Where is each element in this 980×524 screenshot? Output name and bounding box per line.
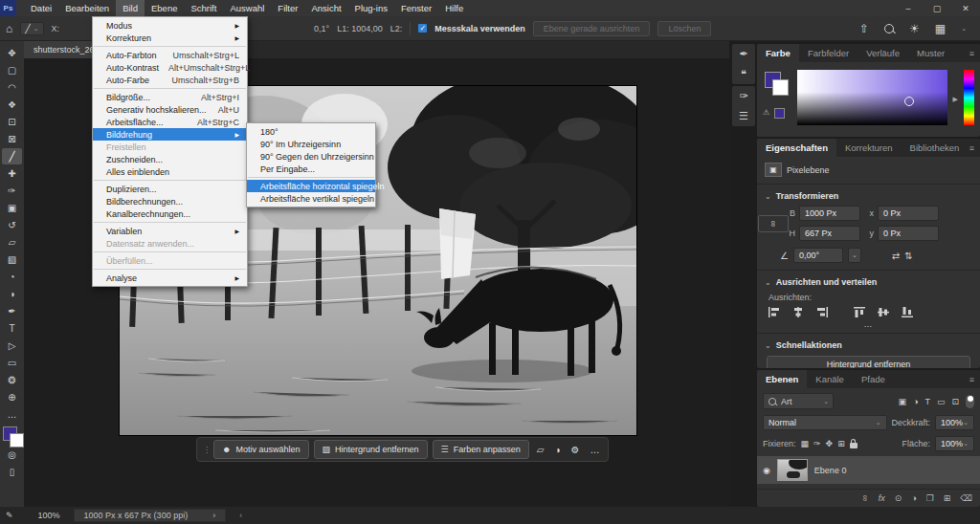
menu-bearbeiten[interactable]: Bearbeiten [58,0,116,16]
layer-style-fx-icon[interactable]: fx [879,493,885,503]
search-icon[interactable] [884,24,894,33]
dodge-tool[interactable]: ◑ [2,286,22,302]
menu-bild[interactable]: Bild [116,0,145,16]
menu-fenster[interactable]: Fenster [394,0,438,16]
menu-filter[interactable]: Filter [271,0,304,16]
tool-presets-icon[interactable]: ✒ [739,48,747,60]
lock-position-icon[interactable]: ✥ [826,439,834,448]
visibility-eye-icon[interactable]: ◉ [763,466,770,475]
zoom-tool[interactable]: ⊕ [2,389,22,405]
menu-auswahl[interactable]: Auswahl [223,0,271,16]
menu-ansicht[interactable]: Ansicht [304,0,347,16]
align-center-vertical-icon[interactable] [878,307,889,317]
menu-item-generativ-hochskalieren[interactable]: Generativ hochskalieren...Alt+U [93,103,247,116]
straighten-layer-button[interactable]: Ebene gerade ausrichten [533,21,651,36]
close-button[interactable]: ✕ [951,0,980,16]
gamut-warning-icon[interactable]: ⚠ [763,108,769,117]
brush-settings-icon[interactable]: ☰ [739,110,748,122]
rotation-dropdown[interactable]: ⌄ [848,248,861,263]
remove-background-button[interactable]: Hintergrund entfernen [767,356,970,368]
clear-button[interactable]: Löschen [657,21,711,36]
link-dimensions-icon[interactable]: ∞ [758,215,789,232]
x-input[interactable]: 0 Px [878,206,939,221]
tab-muster[interactable]: Muster [908,44,953,62]
healing-brush-tool[interactable]: ✚ [2,165,22,182]
chevron-left-icon[interactable]: ‹ [239,511,242,520]
menu-plugins[interactable]: Plug-ins [348,0,394,16]
history-brush-tool[interactable]: ↺ [2,217,22,233]
move-tool[interactable]: ✥ [2,45,22,61]
settings-gear-icon[interactable]: ⚙ [568,445,583,455]
lock-all-icon[interactable] [850,443,858,448]
menu-item-variablen[interactable]: Variablen▶ [93,225,247,237]
eraser-tool[interactable]: ▱ [2,234,22,251]
transform-icon[interactable]: ▱ [534,445,547,455]
brush-tool[interactable]: ✑ [2,183,22,199]
align-left-icon[interactable] [768,307,780,317]
chevron-right-icon[interactable]: › [212,511,215,520]
y-input[interactable]: 0 Px [878,226,939,241]
menu-item-per-eingabe[interactable]: Per Eingabe... [247,163,375,175]
lasso-tool[interactable]: ◠ [2,79,22,96]
align-bottom-icon[interactable] [902,307,913,317]
discover-lightbulb-icon[interactable]: ☀ [909,23,920,34]
chevron-down-icon[interactable]: ⌄ [765,192,771,201]
status-icon[interactable]: ✎ [6,511,13,520]
layer-filter-dropdown[interactable]: Art ⌄ [763,393,834,409]
gamut-warning-swatch[interactable] [774,108,785,119]
path-selection-tool[interactable]: ▷ [2,338,22,354]
filter-shape-icon[interactable]: ▭ [937,397,946,406]
adjustment-layer-icon[interactable]: ◑ [911,493,916,503]
filter-type-icon[interactable]: T [924,397,930,406]
taskbar-drag-handle[interactable]: ⋮⋮ [203,447,209,453]
background-color-swatch[interactable] [10,433,24,448]
adjustment-icon[interactable]: ◑ [551,445,563,455]
gradient-tool[interactable]: ▧ [2,251,22,268]
brushes-icon[interactable]: ✑ [739,90,747,102]
object-selection-tool[interactable]: ❖ [2,97,22,113]
rotation-input[interactable]: 0,00° [793,248,843,263]
menu-item-arbeitsflaeche[interactable]: Arbeitsfläche...Alt+Strg+C [93,116,247,128]
align-center-horizontal-icon[interactable] [792,307,804,317]
menu-item-flip-canvas-horizontal[interactable]: Arbeitsfläche horizontal spiegeln [247,180,375,192]
clone-stamp-tool[interactable]: ▣ [2,200,22,216]
menu-item-bildberechnungen[interactable]: Bildberechnungen... [93,195,247,207]
comments-icon[interactable]: ❝ [741,68,746,80]
frame-tool[interactable]: ⊠ [2,131,22,147]
document-info[interactable]: 1000 Px x 667 Px (300 ppi) › [74,509,227,522]
hue-slider[interactable] [964,70,974,125]
flip-horizontal-icon[interactable]: ⇄ [892,251,900,261]
width-input[interactable]: 1000 Px [799,206,860,221]
menu-item-zuschneiden[interactable]: Zuschneiden... [93,153,247,165]
panel-menu-icon[interactable]: ≡ [969,49,980,58]
chevron-down-icon[interactable]: ⌄ [765,278,771,287]
quick-mask-button[interactable]: ◎ [2,447,22,463]
menu-item-modus[interactable]: Modus▶ [93,19,247,32]
blend-mode-select[interactable]: Normal ⌄ [763,415,887,430]
workspace-switcher-icon[interactable]: ▦ [935,23,946,34]
menu-item-analyse[interactable]: Analyse▶ [93,272,247,284]
align-right-icon[interactable] [816,307,828,317]
edit-toolbar-button[interactable]: … [2,406,22,423]
menu-item-bilddrehung[interactable]: Bilddrehung▶ [93,128,247,141]
tab-farbfelder[interactable]: Farbfelder [799,44,858,62]
menu-ebene[interactable]: Ebene [145,0,184,16]
opacity-input[interactable]: 100% ⌄ [935,415,974,430]
filter-smart-object-icon[interactable]: ⊡ [951,397,959,406]
select-subject-button[interactable]: ☻ Motiv auswählen [213,440,309,459]
filter-toggle[interactable] [966,395,974,408]
chevron-down-icon[interactable]: ⌄ [765,341,771,350]
fill-input[interactable]: 100% ⌄ [935,436,974,451]
home-icon[interactable]: ⌂ [6,23,12,34]
filter-adjustment-icon[interactable]: ◑ [913,397,918,406]
flip-vertical-icon[interactable]: ⇅ [904,251,912,261]
background-color-swatch[interactable] [772,79,789,96]
panel-menu-icon[interactable]: ≡ [969,375,980,384]
active-tool-preset[interactable]: ╱ ⌄ [20,22,43,35]
menu-item-korrekturen[interactable]: Korrekturen▶ [93,32,247,44]
tab-kanaele[interactable]: Kanäle [807,370,853,388]
remove-background-button[interactable]: ▨ Hintergrund entfernen [314,440,428,459]
menu-item-alles-einblenden[interactable]: Alles einblenden [93,165,247,178]
tab-korrekturen[interactable]: Korrekturen [836,139,902,157]
menu-item-auto-farbe[interactable]: Auto-FarbeUmschalt+Strg+B [93,74,247,86]
